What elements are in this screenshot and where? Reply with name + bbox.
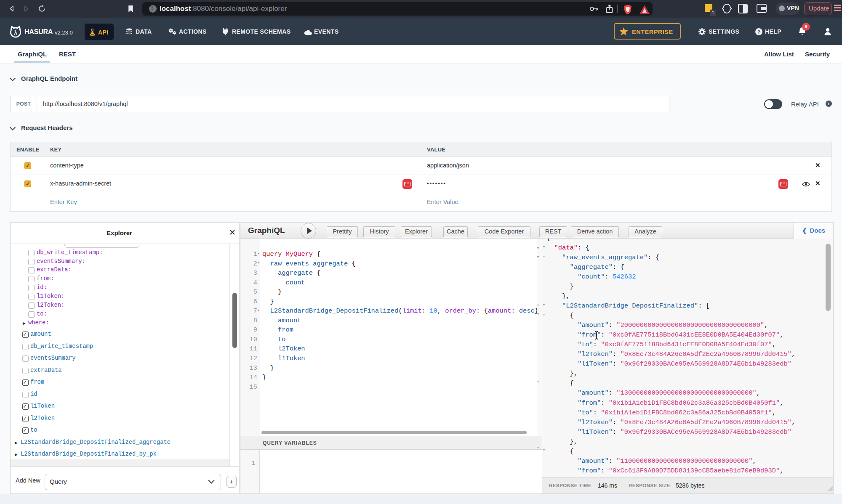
svg-text:λ: λ	[14, 29, 17, 36]
svg-text:?: ?	[757, 29, 760, 34]
